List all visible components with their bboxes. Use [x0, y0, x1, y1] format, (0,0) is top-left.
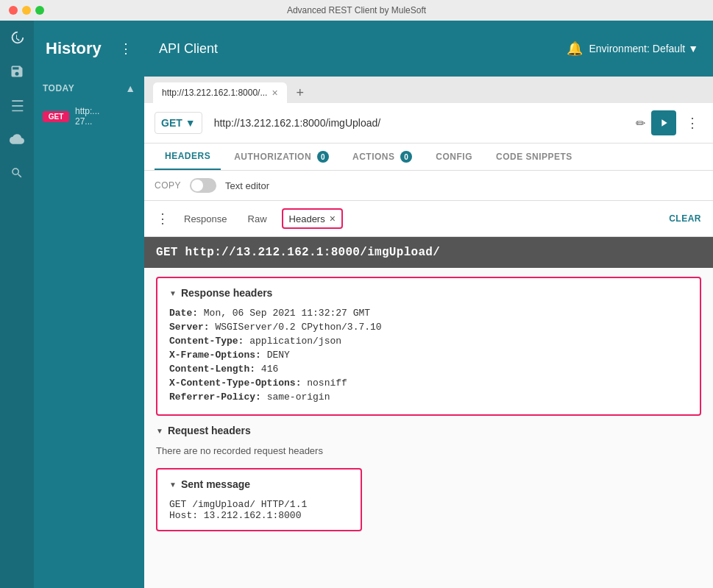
req-triangle-icon: ▼ [156, 427, 163, 435]
header-row-x-content-type: X-Content-Type-Options: nosniff [169, 378, 688, 389]
authorization-badge: 0 [317, 151, 329, 163]
response-toolbar: ⋮ Response Raw Headers × CLEAR [144, 201, 713, 237]
add-tab-button[interactable]: + [290, 82, 311, 103]
request-bar: GET ▼ ✏ ⋮ [144, 103, 713, 144]
title-bar: Advanced REST Client by MuleSoft [0, 0, 713, 21]
sidebar-section: TODAY ▲ [34, 77, 144, 100]
response-headers-title: ▼ Response headers [169, 287, 688, 299]
response-tab-close-icon[interactable]: × [330, 213, 336, 224]
method-label: GET [161, 117, 182, 129]
header-row-x-frame: X-Frame-Options: DENY [169, 350, 688, 361]
method-dropdown-icon: ▼ [185, 117, 196, 129]
response-tab-headers[interactable]: Headers × [282, 208, 343, 229]
edit-url-icon[interactable]: ✏ [636, 116, 645, 130]
response-tab-headers-label: Headers [289, 213, 325, 224]
nav-collections-icon[interactable] [0, 88, 34, 122]
nav-search-icon[interactable] [0, 156, 34, 190]
header-row-date: Date: Mon, 06 Sep 2021 11:32:27 GMT [169, 308, 688, 319]
sent-triangle-icon: ▼ [169, 481, 177, 489]
sidebar-menu-icon[interactable]: ⋮ [119, 40, 132, 57]
header-row-content-length: Content-Length: 416 [169, 364, 688, 375]
sidebar: History ⋮ TODAY ▲ GET http:... 27... [34, 21, 144, 588]
more-options-icon[interactable]: ⋮ [682, 113, 703, 133]
no-headers-text: There are no recorded request headers [156, 442, 701, 459]
sidebar-item-url: http:... 27... [75, 106, 99, 127]
tab-code-snippets[interactable]: CODE SNIPPETS [486, 144, 583, 169]
tab-bar: http://13.212.162.1:8000/... × + [144, 77, 713, 103]
send-button[interactable] [651, 110, 676, 135]
top-bar-right: 🔔 Environment: Default ▼ [567, 40, 698, 57]
toggle-knob [191, 180, 203, 191]
main-content: API Client 🔔 Environment: Default ▼ http… [144, 21, 713, 588]
text-editor-label: Text editor [225, 180, 269, 191]
sidebar-section-collapse[interactable]: ▲ [125, 82, 135, 94]
url-input[interactable] [208, 113, 630, 133]
sidebar-section-label: TODAY [43, 83, 74, 93]
tab-actions[interactable]: ACTIONS 0 [342, 144, 422, 170]
traffic-lights [9, 6, 44, 15]
method-selector[interactable]: GET ▼ [155, 112, 202, 134]
response-area: ⋮ Response Raw Headers × CLEAR GET http:… [144, 201, 713, 588]
close-button[interactable] [9, 6, 18, 15]
request-tab-0[interactable]: http://13.212.162.1:8000/... × [153, 82, 287, 103]
notification-bell-icon[interactable]: 🔔 [567, 40, 583, 57]
nav-cloud-icon[interactable] [0, 122, 34, 156]
maximize-button[interactable] [35, 6, 44, 15]
triangle-icon: ▼ [169, 289, 177, 297]
chevron-down-icon: ▼ [688, 43, 698, 54]
request-config: COPY Text editor [144, 171, 713, 201]
request-url-display: GET http://13.212.162.1:8000/imgUpload/ [144, 237, 713, 268]
response-headers-section: ▼ Response headers Date: Mon, 06 Sep 202… [156, 277, 701, 416]
response-tab-raw[interactable]: Raw [242, 210, 273, 227]
response-tab-response[interactable]: Response [178, 210, 233, 227]
clear-button[interactable]: CLEAR [669, 213, 701, 224]
app-body: History ⋮ TODAY ▲ GET http:... 27... API… [0, 21, 713, 588]
sidebar-item[interactable]: GET http:... 27... [34, 100, 144, 132]
environment-selector[interactable]: Environment: Default ▼ [589, 43, 698, 54]
minimize-button[interactable] [22, 6, 31, 15]
method-badge: GET [43, 111, 69, 122]
nav-save-icon[interactable] [0, 54, 34, 88]
sent-message-code: GET /imgUpload/ HTTP/1.1 Host: 13.212.16… [169, 499, 349, 521]
header-row-server: Server: WSGIServer/0.2 CPython/3.7.10 [169, 322, 688, 333]
tab-label: http://13.212.162.1:8000/... [162, 88, 267, 98]
tab-close-icon[interactable]: × [272, 87, 277, 99]
request-headers-title: ▼ Request headers [156, 425, 701, 436]
sidebar-title: History [46, 39, 102, 58]
environment-label: Environment: Default [589, 43, 685, 54]
header-row-referrer: Referrer-Policy: same-origin [169, 392, 688, 403]
tab-authorization[interactable]: AUTHORIZATION 0 [224, 144, 339, 170]
icon-bar [0, 21, 34, 588]
sent-message-title: ▼ Sent message [169, 478, 349, 490]
top-bar: API Client 🔔 Environment: Default ▼ [144, 21, 713, 77]
tab-config[interactable]: CONFIG [425, 144, 483, 169]
sent-message-section: ▼ Sent message GET /imgUpload/ HTTP/1.1 … [156, 468, 362, 531]
actions-badge: 0 [400, 151, 412, 163]
window-title: Advanced REST Client by MuleSoft [287, 5, 426, 15]
tab-headers[interactable]: HEADERS [155, 144, 221, 170]
nav-history-icon[interactable] [0, 21, 34, 54]
sidebar-header: History ⋮ [34, 21, 144, 77]
text-editor-toggle[interactable] [190, 178, 216, 193]
response-dots-icon[interactable]: ⋮ [156, 210, 169, 227]
copy-button[interactable]: COPY [155, 180, 181, 191]
request-headers-section: ▼ Request headers There are no recorded … [156, 425, 701, 459]
api-client-title: API Client [159, 41, 218, 57]
nav-tabs: HEADERS AUTHORIZATION 0 ACTIONS 0 CONFIG… [144, 144, 713, 171]
header-row-content-type: Content-Type: application/json [169, 336, 688, 347]
